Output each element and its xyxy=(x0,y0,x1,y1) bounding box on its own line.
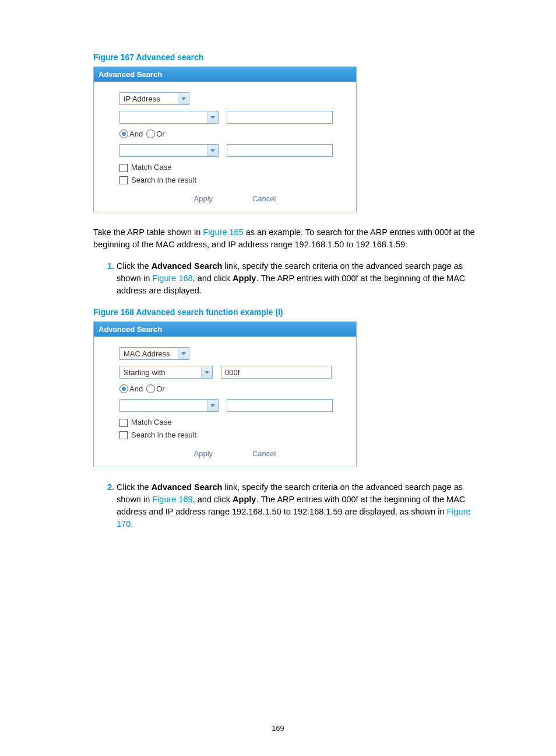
text: , and click xyxy=(193,495,233,504)
value1-input[interactable]: 000f xyxy=(221,366,332,379)
field-dropdown[interactable]: MAC Address xyxy=(119,347,189,360)
text: Click the xyxy=(117,261,152,271)
or-radio[interactable] xyxy=(146,384,155,393)
cancel-button[interactable]: Cancel xyxy=(242,447,286,460)
or-label: Or xyxy=(156,130,164,138)
chevron-down-icon xyxy=(201,366,212,378)
cancel-button[interactable]: Cancel xyxy=(242,192,286,205)
operator1-dropdown[interactable] xyxy=(119,111,219,124)
apply-button[interactable]: Apply xyxy=(184,192,224,205)
document-page: Figure 167 Advanced search Advanced Sear… xyxy=(0,0,556,756)
figure-165-link[interactable]: Figure 165 xyxy=(203,228,243,237)
figure-168-caption: Figure 168 Advanced search function exam… xyxy=(93,307,486,317)
and-label: And xyxy=(129,384,143,393)
match-case-checkbox[interactable] xyxy=(119,419,128,427)
page-number: 169 xyxy=(0,724,556,733)
search-in-result-label: Search in the result xyxy=(131,430,196,439)
operator1-value: Starting with xyxy=(120,368,166,377)
value2-input[interactable] xyxy=(227,144,333,157)
bold-text: Apply xyxy=(233,495,256,504)
value2-input[interactable] xyxy=(227,399,333,412)
apply-button[interactable]: Apply xyxy=(184,447,224,460)
chevron-down-icon xyxy=(178,348,189,359)
logic-radio-group: And Or xyxy=(119,130,350,138)
bold-text: Advanced Search xyxy=(152,261,223,271)
logic-radio-group: And Or xyxy=(119,384,350,393)
text: Click the xyxy=(117,482,152,492)
bold-text: Apply xyxy=(233,274,256,283)
panel-body: IP Address And Or xyxy=(94,82,356,212)
bold-text: Advanced Search xyxy=(152,482,223,492)
figure-169-link[interactable]: Figure 169 xyxy=(152,495,192,504)
field-dropdown-value: IP Address xyxy=(120,94,160,103)
and-radio[interactable] xyxy=(119,130,128,138)
field-dropdown-value: MAC Address xyxy=(120,349,170,358)
search-in-result-checkbox[interactable] xyxy=(119,176,128,184)
chevron-down-icon xyxy=(178,93,189,104)
match-case-label: Match Case xyxy=(131,418,171,426)
paragraph: Take the ARP table shown in Figure 165 a… xyxy=(93,226,486,251)
and-label: And xyxy=(129,130,143,138)
step-2: Click the Advanced Search link, specify … xyxy=(117,481,486,530)
chevron-down-icon xyxy=(207,111,218,123)
panel-body: MAC Address Starting with 000f And Or xyxy=(94,337,356,467)
value1-input[interactable] xyxy=(227,111,333,124)
match-case-label: Match Case xyxy=(131,163,171,172)
operator2-dropdown[interactable] xyxy=(119,399,219,412)
field-dropdown[interactable]: IP Address xyxy=(119,92,189,105)
search-in-result-label: Search in the result xyxy=(131,176,196,184)
text: , and click xyxy=(193,274,233,283)
advanced-search-panel-167: Advanced Search IP Address And xyxy=(93,66,357,212)
chevron-down-icon xyxy=(207,400,218,411)
step-1: Click the Advanced Search link, specify … xyxy=(117,260,486,297)
operator1-dropdown[interactable]: Starting with xyxy=(119,366,213,379)
and-radio[interactable] xyxy=(119,384,128,393)
panel-title: Advanced Search xyxy=(94,67,356,82)
figure-168-link[interactable]: Figure 168 xyxy=(152,274,192,283)
or-radio[interactable] xyxy=(146,130,155,138)
chevron-down-icon xyxy=(207,145,218,156)
match-case-checkbox[interactable] xyxy=(119,164,128,172)
text: . xyxy=(131,519,133,528)
or-label: Or xyxy=(156,384,164,393)
advanced-search-panel-168: Advanced Search MAC Address Starting wit… xyxy=(93,321,357,467)
panel-title: Advanced Search xyxy=(94,322,356,337)
search-in-result-checkbox[interactable] xyxy=(119,431,128,439)
step-list-1: Click the Advanced Search link, specify … xyxy=(93,260,486,297)
operator2-dropdown[interactable] xyxy=(119,144,219,157)
figure-167-caption: Figure 167 Advanced search xyxy=(93,52,486,62)
step-list-2: Click the Advanced Search link, specify … xyxy=(93,481,486,530)
text: Take the ARP table shown in xyxy=(93,228,203,237)
